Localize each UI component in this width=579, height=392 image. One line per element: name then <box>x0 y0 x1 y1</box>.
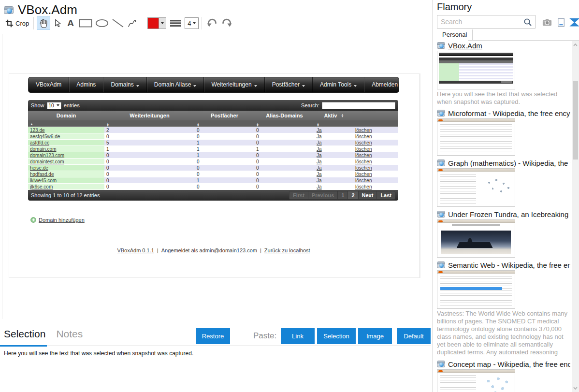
delete-link[interactable]: löschen <box>355 134 372 139</box>
snapshot-canvas[interactable]: VBoxAdm Admins Domains Domain Aliase Wei… <box>9 73 420 278</box>
col-header-weiterleitungen[interactable]: Weiterleitungen <box>104 111 195 120</box>
sort-cell[interactable]: ▲▼ <box>104 120 195 127</box>
delete-link[interactable]: löschen <box>355 153 372 158</box>
delete-link[interactable]: löschen <box>355 146 372 152</box>
paste-image-button[interactable]: Image <box>358 328 392 344</box>
domain-link[interactable]: heise.de <box>30 165 48 171</box>
restore-button[interactable]: Restore <box>196 328 230 344</box>
delete-link[interactable]: löschen <box>355 184 372 189</box>
nav-admins[interactable]: Admins <box>69 77 103 92</box>
page-first[interactable]: First <box>290 191 308 199</box>
delete-link[interactable]: löschen <box>355 140 372 145</box>
nav-domains[interactable]: Domains <box>103 77 146 92</box>
delete-link[interactable]: löschen <box>355 172 372 177</box>
nav-admin-tools[interactable]: Admin Tools <box>313 77 364 92</box>
nav-domain-aliase[interactable]: Domain Aliase <box>147 77 204 92</box>
version-link[interactable]: VBoxAdm 0.1.1 <box>117 247 154 253</box>
page-1[interactable]: 1 <box>338 191 348 199</box>
active-link[interactable]: Ja <box>317 128 322 133</box>
search-input[interactable] <box>437 15 536 29</box>
thickness-button[interactable] <box>168 16 183 30</box>
domain-link[interactable]: hqdfasd.de <box>30 172 54 177</box>
snapshot-thumbnail[interactable] <box>437 168 515 207</box>
domain-link[interactable]: asfdfd.cc <box>30 140 49 145</box>
sort-cell[interactable]: ▲ <box>28 120 104 127</box>
domain-link[interactable]: jlk6se.com <box>30 184 53 189</box>
scroll-down-button[interactable] <box>572 384 579 392</box>
page-previous[interactable]: Previous <box>308 191 338 199</box>
scribble-tool-button[interactable] <box>126 16 139 30</box>
domain-link[interactable]: iklwe45.com <box>30 178 57 183</box>
col-header-domain[interactable]: Domain <box>28 111 104 120</box>
active-link[interactable]: Ja <box>317 159 322 164</box>
col-header-alias-domains[interactable]: Alias-Domains <box>254 111 315 120</box>
scrollbar-thumb[interactable] <box>573 81 578 160</box>
snapshot-item-title[interactable]: Concept map - Wikipedia, the free encycl… <box>437 360 570 368</box>
ellipse-tool-button[interactable] <box>94 16 110 30</box>
back-to-localhost-link[interactable]: Zurück zu localhost <box>264 247 310 253</box>
rectangle-tool-button[interactable] <box>77 16 94 30</box>
snapshot-thumbnail[interactable] <box>437 369 515 392</box>
redo-button[interactable] <box>219 16 234 30</box>
line-tool-button[interactable] <box>110 16 126 30</box>
flamory-logo-button[interactable] <box>568 16 579 28</box>
col-header-aktiv[interactable]: Aktiv ▲▼ <box>315 111 353 120</box>
delete-link[interactable]: löschen <box>355 178 372 183</box>
active-link[interactable]: Ja <box>317 178 322 183</box>
domain-link[interactable]: domaintest.com <box>30 159 64 164</box>
active-link[interactable]: Ja <box>317 165 322 171</box>
snapshot-thumbnail[interactable] <box>437 270 515 309</box>
nav-weiterleitungen[interactable]: Weiterleitungen <box>204 77 264 92</box>
active-link[interactable]: Ja <box>317 172 322 177</box>
search-icon[interactable] <box>523 18 532 27</box>
color-picker[interactable] <box>147 17 166 29</box>
hand-tool-button[interactable] <box>37 16 50 30</box>
page-next[interactable]: Next <box>359 191 377 199</box>
delete-link[interactable]: löschen <box>355 159 372 164</box>
sort-cell[interactable]: ▲▼ <box>315 120 353 127</box>
undo-button[interactable] <box>205 16 219 30</box>
col-header-postfaecher[interactable]: Postfächer <box>195 111 254 120</box>
tab-selection[interactable]: Selection <box>4 328 45 340</box>
snapshot-thumbnail[interactable] <box>437 219 515 258</box>
delete-link[interactable]: löschen <box>355 165 372 171</box>
select-tool-button[interactable] <box>50 16 64 30</box>
page-last[interactable]: Last <box>377 191 395 199</box>
snapshot-item-title[interactable]: Semantic Web - Wikipedia, the free encyc… <box>437 261 570 269</box>
snapshot-item-title[interactable]: Under Frozen Tundra, an Icebreaking Ship… <box>437 210 570 218</box>
active-link[interactable]: Ja <box>317 134 322 139</box>
nav-postfaecher[interactable]: Postfächer <box>265 77 313 92</box>
scroll-up-button[interactable] <box>572 41 579 49</box>
crop-button[interactable]: Crop <box>4 16 30 30</box>
nav-vboxadm[interactable]: VBoxAdm <box>29 77 69 92</box>
active-link[interactable]: Ja <box>317 140 322 145</box>
sort-cell[interactable]: ▲▼ <box>195 120 254 127</box>
active-link[interactable]: Ja <box>317 184 322 189</box>
nav-abmelden[interactable]: Abmelden <box>364 77 399 92</box>
snapshot-item-title[interactable]: VBox.Adm <box>437 41 570 50</box>
sidebar-scrollbar[interactable] <box>572 41 579 392</box>
active-link[interactable]: Ja <box>317 153 322 158</box>
paste-link-button[interactable]: Link <box>281 328 315 344</box>
delete-link[interactable]: löschen <box>355 128 372 133</box>
domain-link[interactable]: domain123.com <box>30 153 64 158</box>
note-page-button[interactable] <box>555 16 567 28</box>
tab-personal[interactable]: Personal <box>437 29 473 41</box>
snapshot-thumbnail[interactable] <box>437 51 515 89</box>
text-tool-button[interactable]: A <box>64 16 77 30</box>
color-dropdown-arrow[interactable] <box>159 18 166 29</box>
paste-selection-button[interactable]: Selection <box>317 328 356 344</box>
domain-link[interactable]: aesfg45w6.de <box>30 134 60 139</box>
paste-default-button[interactable]: Default <box>397 328 431 344</box>
size-dropdown[interactable]: 4 <box>185 17 199 29</box>
table-search-input[interactable] <box>322 102 395 109</box>
tab-notes[interactable]: Notes <box>56 328 83 340</box>
domain-link[interactable]: domain.com <box>30 146 56 152</box>
domain-link[interactable]: 123.de <box>30 128 45 133</box>
camera-button[interactable] <box>541 16 553 28</box>
sort-cell[interactable]: ▲▼ <box>254 120 315 127</box>
snapshot-thumbnail[interactable] <box>437 118 515 156</box>
page-2[interactable]: 2 <box>348 191 358 199</box>
active-link[interactable]: Ja <box>317 146 322 152</box>
snapshot-item-title[interactable]: Microformat - Wikipedia, the free encycl… <box>437 109 570 117</box>
